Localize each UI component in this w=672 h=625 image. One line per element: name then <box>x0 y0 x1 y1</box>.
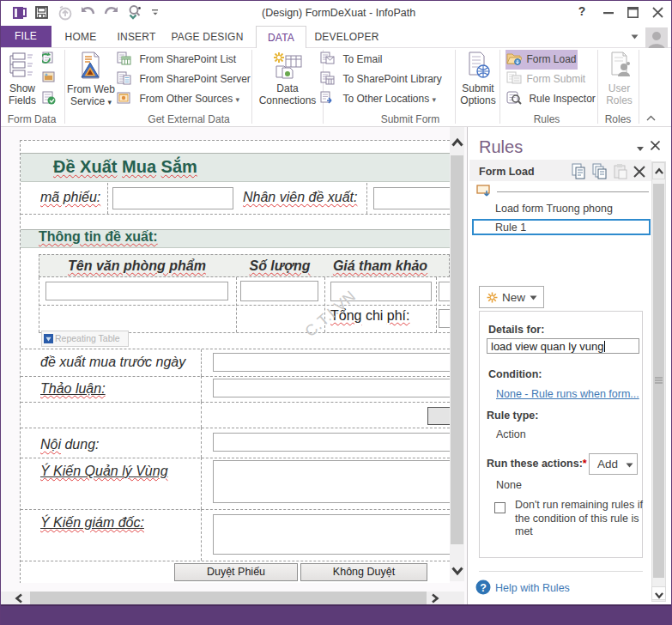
svg-text:?: ? <box>480 582 487 594</box>
